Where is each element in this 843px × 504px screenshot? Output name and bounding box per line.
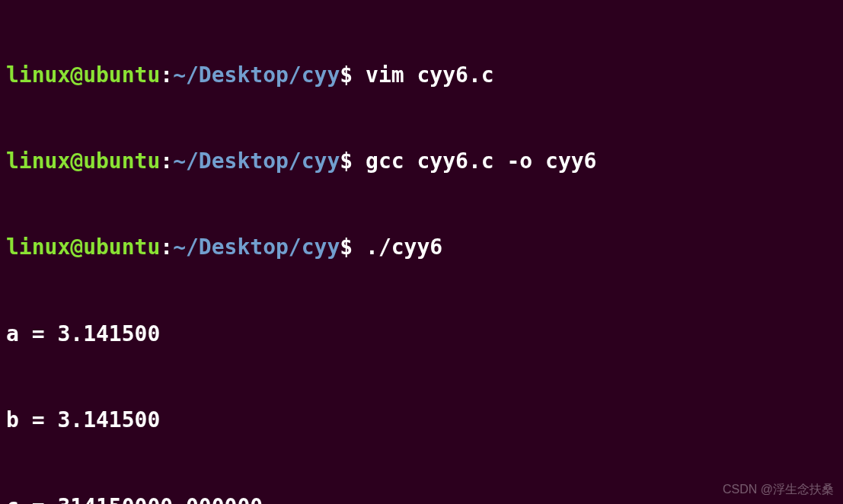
prompt-dollar: $ bbox=[340, 234, 353, 260]
user-host: linux@ubuntu bbox=[6, 148, 160, 174]
prompt-line-2: linux@ubuntu:~/Desktop/cyy$ gcc cyy6.c -… bbox=[6, 147, 837, 176]
command-text: vim cyy6.c bbox=[366, 62, 494, 88]
prompt-line-1: linux@ubuntu:~/Desktop/cyy$ vim cyy6.c bbox=[6, 61, 837, 90]
command-text: ./cyy6 bbox=[366, 234, 442, 260]
prompt-dollar: $ bbox=[340, 148, 353, 174]
output-line: c = 314150000.000000 bbox=[6, 493, 837, 504]
prompt-path: ~/Desktop/cyy bbox=[173, 62, 340, 88]
user-host: linux@ubuntu bbox=[6, 234, 160, 260]
user-host: linux@ubuntu bbox=[6, 62, 160, 88]
watermark-text: CSDN @浮生念扶桑 bbox=[723, 481, 834, 498]
command-text: gcc cyy6.c -o cyy6 bbox=[366, 148, 596, 174]
prompt-colon: : bbox=[160, 234, 173, 260]
prompt-dollar: $ bbox=[340, 62, 353, 88]
prompt-colon: : bbox=[160, 62, 173, 88]
prompt-path: ~/Desktop/cyy bbox=[173, 234, 340, 260]
prompt-path: ~/Desktop/cyy bbox=[173, 148, 340, 174]
prompt-line-3: linux@ubuntu:~/Desktop/cyy$ ./cyy6 bbox=[6, 233, 837, 262]
output-line: a = 3.141500 bbox=[6, 320, 837, 349]
terminal-window[interactable]: linux@ubuntu:~/Desktop/cyy$ vim cyy6.c l… bbox=[6, 3, 837, 504]
prompt-colon: : bbox=[160, 148, 173, 174]
output-line: b = 3.141500 bbox=[6, 406, 837, 435]
